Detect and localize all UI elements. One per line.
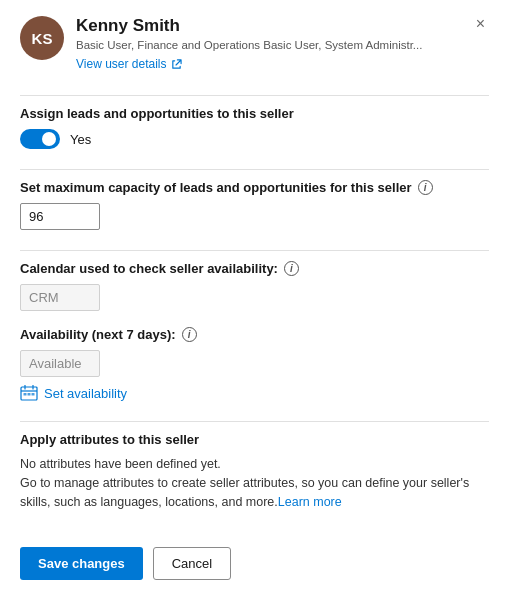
availability-input[interactable] <box>20 350 100 377</box>
avatar: KS <box>20 16 64 60</box>
divider-4 <box>20 421 489 422</box>
availability-section: Availability (next 7 days): i Set availa… <box>20 327 489 401</box>
calendar-label: Calendar used to check seller availabili… <box>20 261 278 276</box>
assign-leads-label: Assign leads and opportunities to this s… <box>20 106 489 121</box>
svg-rect-4 <box>24 393 27 396</box>
attributes-section: Apply attributes to this seller No attri… <box>20 432 489 511</box>
svg-rect-5 <box>28 393 31 396</box>
divider-2 <box>20 169 489 170</box>
max-capacity-label-row: Set maximum capacity of leads and opport… <box>20 180 489 195</box>
toggle-value-label: Yes <box>70 132 91 147</box>
header-left: KS Kenny Smith Basic User, Finance and O… <box>20 16 422 71</box>
calendar-icon <box>20 385 38 401</box>
set-availability-text: Set availability <box>44 386 127 401</box>
user-name: Kenny Smith <box>76 16 422 36</box>
availability-label: Availability (next 7 days): <box>20 327 176 342</box>
max-capacity-label: Set maximum capacity of leads and opport… <box>20 180 412 195</box>
set-availability-row[interactable]: Set availability <box>20 385 489 401</box>
availability-info-icon[interactable]: i <box>182 327 197 342</box>
toggle-row: Yes <box>20 129 489 149</box>
max-capacity-info-icon[interactable]: i <box>418 180 433 195</box>
calendar-info-icon[interactable]: i <box>284 261 299 276</box>
header-info: Kenny Smith Basic User, Finance and Oper… <box>76 16 422 71</box>
calendar-input[interactable] <box>20 284 100 311</box>
view-user-details-link[interactable]: View user details <box>76 57 422 71</box>
calendar-label-row: Calendar used to check seller availabili… <box>20 261 489 276</box>
learn-more-link[interactable]: Learn more <box>278 495 342 509</box>
panel-footer: Save changes Cancel <box>20 531 489 580</box>
user-roles: Basic User, Finance and Operations Basic… <box>76 38 422 53</box>
view-user-link-text: View user details <box>76 57 167 71</box>
no-attributes-text: No attributes have been defined yet. <box>20 457 221 471</box>
divider-1 <box>20 95 489 96</box>
max-capacity-section: Set maximum capacity of leads and opport… <box>20 180 489 230</box>
attributes-description: No attributes have been defined yet. Go … <box>20 455 489 511</box>
attributes-label: Apply attributes to this seller <box>20 432 489 447</box>
seller-panel: KS Kenny Smith Basic User, Finance and O… <box>0 0 509 600</box>
attributes-body-text: Go to manage attributes to create seller… <box>20 476 469 509</box>
save-changes-button[interactable]: Save changes <box>20 547 143 580</box>
calendar-section: Calendar used to check seller availabili… <box>20 261 489 311</box>
cancel-button[interactable]: Cancel <box>153 547 231 580</box>
divider-3 <box>20 250 489 251</box>
assign-leads-toggle[interactable] <box>20 129 60 149</box>
availability-label-row: Availability (next 7 days): i <box>20 327 489 342</box>
panel-header: KS Kenny Smith Basic User, Finance and O… <box>20 16 489 71</box>
close-button[interactable]: × <box>472 14 489 34</box>
assign-leads-section: Assign leads and opportunities to this s… <box>20 106 489 149</box>
svg-rect-6 <box>32 393 35 396</box>
external-link-icon <box>171 59 182 70</box>
max-capacity-input[interactable] <box>20 203 100 230</box>
